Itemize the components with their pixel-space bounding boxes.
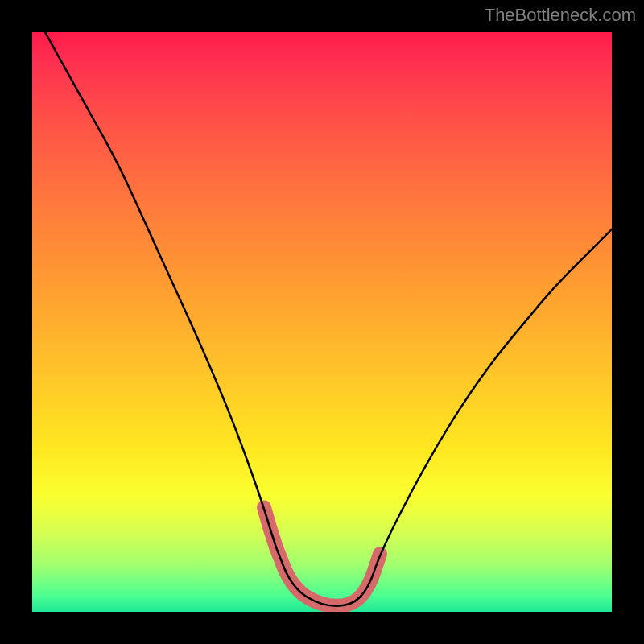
chart-svg xyxy=(32,32,612,612)
bottleneck-curve-path xyxy=(32,32,612,606)
plot-area xyxy=(32,32,612,612)
bottleneck-chart: TheBottleneck.com xyxy=(0,0,644,644)
watermark-text: TheBottleneck.com xyxy=(485,5,636,26)
highlight-band-path xyxy=(264,507,380,605)
